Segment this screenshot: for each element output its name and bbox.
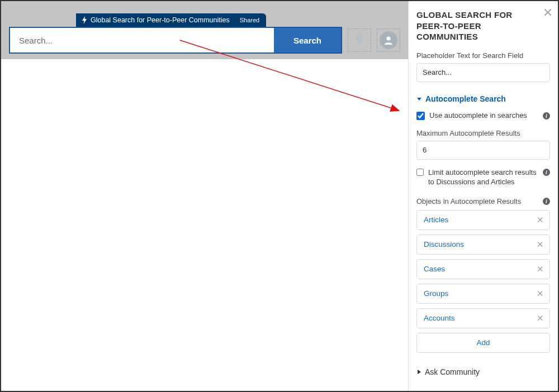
autocomplete-section-toggle[interactable]: Autocomplete Search <box>416 94 550 103</box>
object-pill[interactable]: Groups✕ <box>416 284 550 304</box>
ask-community-toggle[interactable]: Ask Community <box>416 367 550 376</box>
object-pill[interactable]: Accounts✕ <box>416 308 550 328</box>
object-pill-label: Groups <box>424 289 448 298</box>
profile-slot[interactable] <box>377 28 400 52</box>
object-pill-label: Accounts <box>424 314 455 322</box>
search-input[interactable] <box>10 28 274 52</box>
object-pill[interactable]: Articles✕ <box>416 210 550 230</box>
use-autocomplete-label: Use autocomplete in searches <box>429 111 527 119</box>
placeholder-label: Placeholder Text for Search Field <box>416 51 550 60</box>
svg-point-0 <box>387 37 391 41</box>
properties-panel: GLOBAL SEARCH FOR PEER-TO-PEER COMMUNITI… <box>408 1 558 391</box>
add-button[interactable]: Add <box>416 333 550 353</box>
remove-icon[interactable]: ✕ <box>537 240 544 250</box>
chevron-down-icon <box>416 96 422 102</box>
notifications-slot[interactable] <box>348 28 371 52</box>
object-pill-label: Discussions <box>424 240 464 248</box>
remove-icon[interactable]: ✕ <box>537 313 544 323</box>
object-pill[interactable]: Discussions✕ <box>416 235 550 255</box>
ask-community-label: Ask Community <box>425 367 480 376</box>
lightning-icon <box>82 16 87 24</box>
chevron-right-icon <box>416 367 421 376</box>
autocomplete-section-label: Autocomplete Search <box>425 94 506 103</box>
info-icon[interactable]: i <box>543 198 550 205</box>
info-icon[interactable]: i <box>543 112 550 119</box>
info-icon[interactable]: i <box>543 169 550 176</box>
use-autocomplete-checkbox[interactable] <box>416 112 425 120</box>
avatar-icon <box>380 31 397 49</box>
object-pill[interactable]: Cases✕ <box>416 259 550 279</box>
preview-area: Global Search for Peer-to-Peer Communiti… <box>1 1 408 391</box>
remove-icon[interactable]: ✕ <box>537 289 544 299</box>
object-pill-label: Cases <box>424 265 445 273</box>
bell-icon <box>354 33 365 47</box>
close-icon[interactable] <box>543 8 552 19</box>
max-results-input[interactable] <box>416 141 550 160</box>
search-button[interactable]: Search <box>274 28 341 52</box>
limit-label: Limit autocomplete search results to Dis… <box>428 168 541 187</box>
limit-checkbox[interactable] <box>416 168 424 176</box>
component-tab[interactable]: Global Search for Peer-to-Peer Communiti… <box>76 13 266 27</box>
search-component[interactable]: Search <box>9 27 342 54</box>
objects-label: Objects in Autocomplete Results <box>416 197 521 205</box>
placeholder-input[interactable] <box>416 63 550 82</box>
shared-badge: Shared <box>240 17 259 23</box>
preview-topbar: Global Search for Peer-to-Peer Communiti… <box>1 1 408 59</box>
component-tab-label: Global Search for Peer-to-Peer Communiti… <box>91 16 230 24</box>
remove-icon[interactable]: ✕ <box>537 215 544 225</box>
remove-icon[interactable]: ✕ <box>537 264 544 274</box>
objects-list: Articles✕Discussions✕Cases✕Groups✕Accoun… <box>416 210 550 328</box>
object-pill-label: Articles <box>424 216 448 224</box>
max-results-label: Maximum Autocomplete Results <box>416 129 550 137</box>
panel-title: GLOBAL SEARCH FOR PEER-TO-PEER COMMUNITI… <box>416 9 550 42</box>
